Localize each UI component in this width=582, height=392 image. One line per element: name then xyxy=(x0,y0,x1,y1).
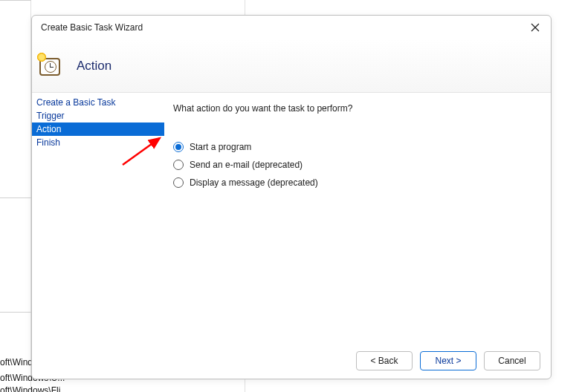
nav-item-action[interactable]: Action xyxy=(32,122,164,136)
wizard-dialog: Create Basic Task Wizard Action Create a… xyxy=(31,15,552,379)
back-button[interactable]: < Back xyxy=(356,351,413,370)
nav-item-finish[interactable]: Finish xyxy=(32,136,164,149)
option-display-message[interactable]: Display a message (deprecated) xyxy=(173,177,542,188)
wizard-step-nav: Create a Basic Task Trigger Action Finis… xyxy=(32,93,164,343)
radio-label[interactable]: Start a program xyxy=(190,142,251,152)
nav-item-create-basic-task[interactable]: Create a Basic Task xyxy=(32,96,164,109)
close-button[interactable] xyxy=(526,18,545,37)
close-icon xyxy=(531,23,540,32)
wizard-step-heading: Action xyxy=(77,59,111,74)
dialog-titlebar: Create Basic Task Wizard xyxy=(32,16,551,39)
radio-label[interactable]: Display a message (deprecated) xyxy=(190,177,318,188)
radio-icon[interactable] xyxy=(173,177,184,188)
radio-label[interactable]: Send an e-mail (deprecated) xyxy=(190,160,303,170)
wizard-content: What action do you want the task to perf… xyxy=(164,93,551,343)
action-prompt: What action do you want the task to perf… xyxy=(173,103,542,114)
scheduler-clock-icon xyxy=(36,52,65,80)
next-button[interactable]: Next > xyxy=(420,351,476,370)
background-left-pane xyxy=(0,0,31,392)
radio-icon[interactable] xyxy=(173,142,184,152)
dialog-title: Create Basic Task Wizard xyxy=(41,22,526,33)
option-send-email[interactable]: Send an e-mail (deprecated) xyxy=(173,160,542,170)
cancel-button[interactable]: Cancel xyxy=(484,351,540,370)
wizard-header: Action xyxy=(32,39,551,93)
background-path-row: oft\Windows\Fli xyxy=(0,385,60,392)
wizard-body: Create a Basic Task Trigger Action Finis… xyxy=(32,93,551,343)
radio-icon[interactable] xyxy=(173,160,184,170)
nav-item-trigger[interactable]: Trigger xyxy=(32,109,164,122)
wizard-footer: < Back Next > Cancel xyxy=(32,343,551,379)
option-start-program[interactable]: Start a program xyxy=(173,142,542,152)
